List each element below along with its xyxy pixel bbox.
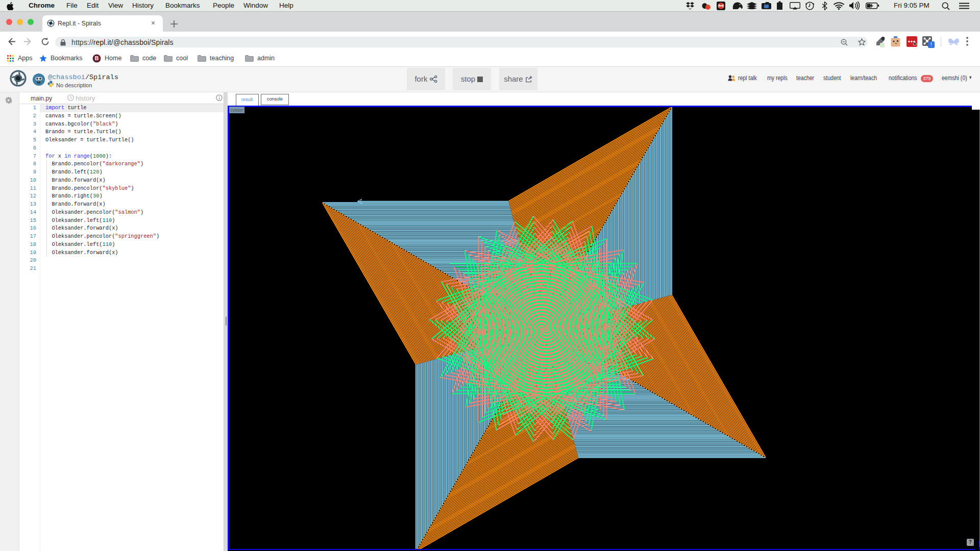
svg-text:B: B [95, 55, 99, 61]
svg-text:!: ! [930, 42, 932, 47]
